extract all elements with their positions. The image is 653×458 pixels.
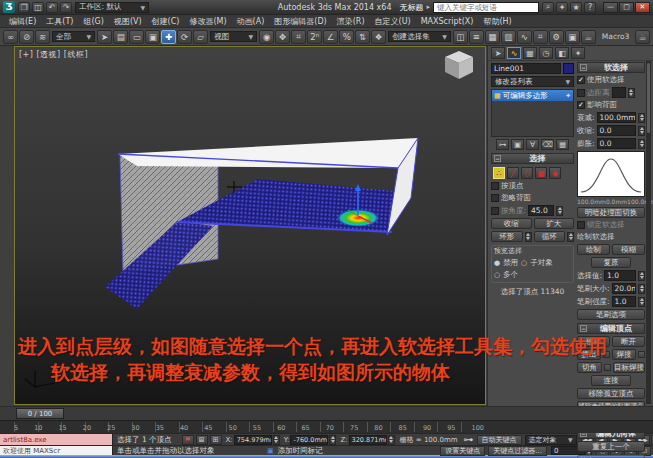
brush-strength-field[interactable]: 1.0	[612, 296, 636, 307]
edge-icon[interactable]: ╱	[507, 167, 519, 179]
soft-selection-header[interactable]: − 软选择	[577, 62, 645, 73]
y-spinner[interactable]	[329, 435, 336, 445]
remove-modifier-icon[interactable]: ⌫	[541, 139, 554, 150]
target-weld-button[interactable]: 目标焊接	[613, 362, 645, 373]
select-object-icon[interactable]: ➤	[97, 30, 112, 44]
z-spinner[interactable]	[388, 435, 395, 445]
make-unique-icon[interactable]: ∀	[526, 139, 539, 150]
time-slider-handle[interactable]: 0 / 100	[16, 408, 64, 419]
edge-distance-checkbox[interactable]	[577, 89, 585, 97]
add-time-tag[interactable]: 添加时间标记	[274, 446, 327, 456]
select-and-link-icon[interactable]: ∞	[3, 30, 18, 44]
bubble-field[interactable]: 0.0	[597, 138, 636, 149]
brush-size-field[interactable]: 20.0mm	[612, 283, 636, 294]
ring-button[interactable]: 环形	[491, 231, 523, 242]
break-button[interactable]: 断开	[612, 336, 645, 347]
track-bar[interactable]: 5101520253035404550556065707580859095100	[0, 420, 653, 433]
render-production-icon[interactable]: ☕	[581, 30, 596, 44]
revert-button[interactable]: 复原	[591, 257, 631, 268]
menu-item[interactable]: 修改器(M)	[184, 16, 231, 27]
preview-subobj-radio[interactable]: ○	[521, 259, 527, 267]
redo-icon[interactable]: ↷	[60, 2, 72, 13]
object-color-swatch[interactable]	[563, 63, 574, 74]
app-logo-icon[interactable]: Ʒ	[3, 1, 15, 13]
spinner-snap-icon[interactable]: ⇅	[355, 30, 370, 44]
undo-icon[interactable]: ↶	[46, 2, 58, 13]
loop-button[interactable]: 循环	[534, 231, 566, 242]
modifier-list-dropdown[interactable]: 修改器列表 ▼	[491, 76, 574, 87]
edge-distance-spinner[interactable]	[628, 88, 635, 98]
bind-to-space-warp-icon[interactable]: ≋	[35, 30, 50, 44]
border-icon[interactable]: ◇	[521, 167, 533, 179]
infocenter-expand-icon[interactable]: ▸	[426, 3, 430, 11]
open-file-icon[interactable]: ❐	[18, 2, 30, 13]
loop-spinner[interactable]	[567, 232, 574, 242]
named-selection-sets-dropdown[interactable]: 创建选择集 ▼	[388, 31, 451, 42]
percent-snap-icon[interactable]: %	[339, 30, 354, 44]
minimize-button[interactable]: —	[603, 2, 618, 13]
collapse-icon[interactable]: −	[580, 325, 587, 332]
favorites-icon[interactable]: ★	[570, 2, 582, 13]
modifier-stack[interactable]: ▦ 可编辑多边形 ✦	[491, 89, 574, 137]
element-icon[interactable]: ◆	[549, 167, 561, 179]
teapot-icon[interactable]: ☕	[635, 30, 650, 44]
close-button[interactable]: ✕	[635, 2, 650, 13]
window-crossing-icon[interactable]: ▣	[145, 30, 160, 44]
x-spinner[interactable]	[273, 435, 280, 445]
selection-lock-icon[interactable]: ⊠	[196, 435, 208, 445]
weld-settings-button[interactable]	[638, 351, 645, 358]
lock-soft-selection-checkbox[interactable]	[577, 221, 585, 229]
selection-filter-dropdown[interactable]: 全部 ▼	[52, 31, 95, 42]
chamfer-settings-button[interactable]	[604, 364, 611, 371]
pinch-field[interactable]: 0.0	[597, 125, 636, 136]
keyboard-override-icon[interactable]: ⌗	[291, 30, 306, 44]
repeat-last-button[interactable]: 重复上一个	[577, 441, 645, 452]
menu-item[interactable]: 自定义(U)	[370, 16, 416, 27]
select-and-move-icon[interactable]: ✚	[161, 30, 176, 44]
rendered-frame-icon[interactable]: ▣	[565, 30, 580, 44]
menu-item[interactable]: 动画(A)	[232, 16, 270, 27]
brush-options-button[interactable]: 笔刷选项	[577, 309, 645, 320]
object-name-field[interactable]: Line001	[491, 63, 561, 74]
shaded-face-toggle-button[interactable]: 明暗处理面切换	[577, 207, 645, 218]
by-angle-spinner[interactable]	[556, 206, 563, 216]
key-filters-button[interactable]: 关键点过滤器...	[488, 446, 547, 456]
chamfer-button[interactable]: 切角	[577, 362, 602, 373]
paint-button[interactable]: 绘制	[577, 244, 610, 255]
blur-button[interactable]: 模糊	[612, 244, 645, 255]
absolute-mode-icon[interactable]: ⊞	[210, 435, 222, 445]
polygon-icon[interactable]: ■	[535, 167, 547, 179]
connect-button[interactable]: 连接	[591, 375, 631, 386]
select-by-name-icon[interactable]: ▤	[113, 30, 128, 44]
ignore-backfacing-checkbox[interactable]	[491, 194, 499, 202]
edit-vertices-header[interactable]: − 编辑顶点	[577, 323, 645, 334]
remove-button[interactable]: 移除	[577, 336, 610, 347]
selection-value-field[interactable]: 1.0	[604, 270, 636, 281]
y-field[interactable]: -760.0mm	[290, 435, 328, 445]
workspace-dropdown[interactable]: 工作区: 默认 ▼	[75, 2, 149, 13]
falloff-spinner[interactable]	[638, 113, 645, 123]
preview-multi-radio[interactable]: ○	[494, 271, 500, 279]
viewport-label[interactable]: [+] [透视] [线框]	[19, 49, 88, 60]
menu-item[interactable]: 帮助(H)	[478, 16, 516, 27]
auto-key-button[interactable]: 自动关键点	[477, 435, 522, 445]
hierarchy-tab-icon[interactable]: ▦	[523, 47, 537, 59]
maxscript-listener-output[interactable]: 欢迎使用 MAXScr	[0, 446, 113, 455]
maximize-button[interactable]: ▢	[619, 2, 634, 13]
key-filter-selection-dropdown[interactable]: 选定对象▼	[525, 435, 577, 445]
menu-item[interactable]: MAXScript(X)	[416, 17, 479, 26]
selection-rollout-header[interactable]: − 选择	[491, 153, 574, 164]
vertex-icon[interactable]: ∴	[493, 167, 505, 179]
set-key-button[interactable]: 设置关键点	[440, 446, 485, 456]
angle-snap-icon[interactable]: ∠	[323, 30, 338, 44]
z-field[interactable]: 320.871mm	[349, 435, 387, 445]
maxscript-listener-input[interactable]: artlist8a.exe	[0, 434, 113, 445]
preview-off-radio[interactable]: ●	[494, 259, 500, 267]
render-setup-icon[interactable]: ⚙	[549, 30, 564, 44]
save-file-icon[interactable]: ◫	[32, 2, 44, 13]
x-field[interactable]: 754.979mm	[234, 435, 272, 445]
rectangular-selection-icon[interactable]: ▭	[129, 30, 144, 44]
selection-value-spinner[interactable]	[638, 271, 645, 281]
select-and-rotate-icon[interactable]: ⟳	[177, 30, 192, 44]
menu-item[interactable]: 组(G)	[78, 16, 108, 27]
